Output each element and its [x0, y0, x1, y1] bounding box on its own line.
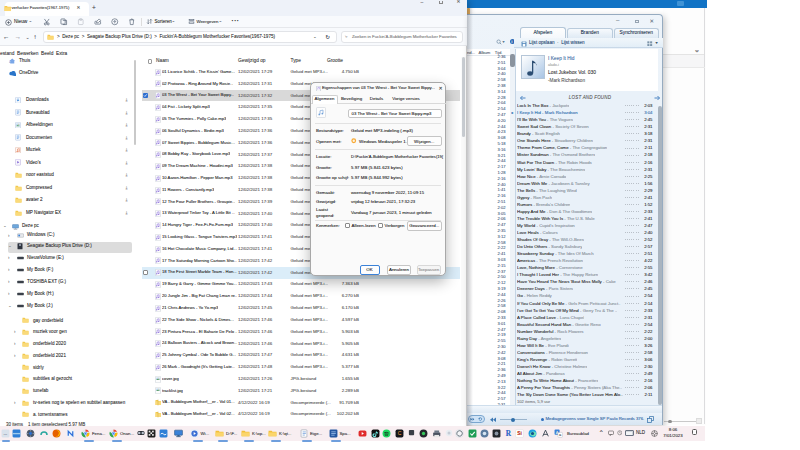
svg-text:Si: Si — [517, 432, 522, 437]
svg-text:C: C — [397, 431, 401, 437]
svg-text:...: ... — [4, 431, 8, 436]
svg-text:R: R — [505, 430, 511, 439]
